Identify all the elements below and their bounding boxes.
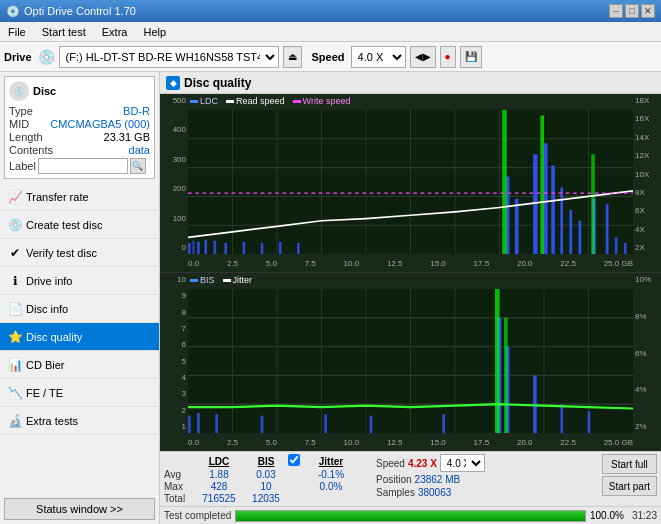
save-button[interactable]: 💾: [460, 46, 482, 68]
minimize-button[interactable]: –: [609, 4, 623, 18]
ldc-legend-read: Read speed: [226, 96, 285, 106]
disc-contents-row: Contents data: [9, 144, 150, 156]
disc-label-input[interactable]: [38, 158, 128, 174]
menu-start-test[interactable]: Start test: [38, 25, 90, 39]
svg-rect-34: [624, 243, 627, 254]
start-part-btn[interactable]: Start part: [602, 476, 657, 496]
menu-file[interactable]: File: [4, 25, 30, 39]
disc-label-btn[interactable]: 🔍: [130, 158, 146, 174]
svg-rect-21: [279, 242, 282, 254]
close-button[interactable]: ✕: [641, 4, 655, 18]
checkbox-jitter[interactable]: [288, 454, 304, 468]
status-window-btn[interactable]: Status window >>: [4, 498, 155, 520]
jitter-checkbox[interactable]: [288, 454, 300, 466]
disc-type-value: BD-R: [123, 105, 150, 117]
svg-rect-36: [540, 116, 544, 254]
svg-rect-20: [261, 243, 264, 254]
nav-extra-tests[interactable]: 🔬 Extra tests: [0, 407, 159, 435]
svg-rect-30: [579, 221, 582, 254]
drive-info-icon: ℹ: [8, 274, 22, 288]
max-ldc: 428: [194, 481, 244, 492]
chart-header-title: Disc quality: [184, 76, 251, 90]
bis-legend-jitter: Jitter: [223, 275, 253, 285]
app-title: Opti Drive Control 1.70: [24, 5, 136, 17]
ldc-legend-write-label: Write speed: [303, 96, 351, 106]
chart-area-header: ◆ Disc quality: [160, 72, 661, 94]
nav-transfer-rate[interactable]: 📈 Transfer rate: [0, 183, 159, 211]
drive-icon: 💿: [38, 49, 55, 65]
disc-contents-value: data: [129, 144, 150, 156]
ldc-y-axis-right: 18X16X14X12X10X8X6X4X2X: [633, 94, 661, 254]
nav-disc-info[interactable]: 📄 Disc info: [0, 295, 159, 323]
nav-create-test-disc-label: Create test disc: [26, 219, 102, 231]
svg-rect-54: [261, 416, 264, 433]
app-icon: 💿: [6, 5, 20, 18]
svg-rect-18: [224, 243, 227, 254]
nav-transfer-rate-label: Transfer rate: [26, 191, 89, 203]
bis-chart-plot: [188, 289, 633, 433]
disc-length-label: Length: [9, 131, 43, 143]
bis-y-axis-right: 10%8%6%4%2%: [633, 273, 661, 433]
menu-bar: File Start test Extra Help: [0, 22, 661, 42]
avg-bis: 0.03: [246, 469, 286, 480]
svg-rect-56: [370, 416, 373, 433]
nav-fe-te-label: FE / TE: [26, 387, 63, 399]
ldc-chart-plot: [188, 110, 633, 254]
disc-length-value: 23.31 GB: [104, 131, 150, 143]
fe-te-icon: 📉: [8, 386, 22, 400]
disc-mid-value: CMCMAGBA5 (000): [50, 118, 150, 130]
svg-rect-16: [204, 240, 207, 254]
disc-type-row: Type BD-R: [9, 105, 150, 117]
svg-rect-13: [188, 243, 191, 254]
total-bis: 12035: [246, 493, 286, 504]
create-test-disc-icon: 💿: [8, 218, 22, 232]
drive-label: Drive: [4, 51, 32, 63]
menu-extra[interactable]: Extra: [98, 25, 132, 39]
nav-disc-info-label: Disc info: [26, 303, 68, 315]
nav-create-test-disc[interactable]: 💿 Create test disc: [0, 211, 159, 239]
eject-button[interactable]: ⏏: [283, 46, 302, 68]
prev-next-button[interactable]: ◀▶: [410, 46, 436, 68]
svg-rect-27: [551, 165, 555, 254]
record-button[interactable]: ●: [440, 46, 456, 68]
ldc-x-axis: 0.02.55.07.510.0 12.515.017.520.022.525.…: [188, 254, 633, 272]
toolbar: Drive 💿 (F:) HL-DT-ST BD-RE WH16NS58 TST…: [0, 42, 661, 72]
svg-rect-15: [197, 242, 200, 254]
speed-select[interactable]: 4.0 X: [351, 46, 406, 68]
disc-mid-row: MID CMCMAGBA5 (000): [9, 118, 150, 130]
nav-disc-quality[interactable]: ⭐ Disc quality: [0, 323, 159, 351]
position-label: Position: [376, 474, 412, 485]
total-label: Total: [164, 493, 192, 504]
bis-svg: [188, 289, 633, 433]
samples-value: 380063: [418, 487, 451, 498]
nav-verify-test-disc[interactable]: ✔ Verify test disc: [0, 239, 159, 267]
ldc-legend-ldc-label: LDC: [200, 96, 218, 106]
nav-verify-test-disc-label: Verify test disc: [26, 247, 97, 259]
ldc-svg: [188, 110, 633, 254]
title-bar: 💿 Opti Drive Control 1.70 – □ ✕: [0, 0, 661, 22]
disc-section-header: 💿 Disc: [9, 81, 150, 101]
ldc-chart: LDC Read speed Write speed 5004003002001…: [160, 94, 661, 273]
maximize-button[interactable]: □: [625, 4, 639, 18]
menu-help[interactable]: Help: [139, 25, 170, 39]
cd-bier-icon: 📊: [8, 358, 22, 372]
disc-label-label: Label: [9, 160, 36, 172]
bis-col-header: BIS: [246, 456, 286, 467]
nav-drive-info[interactable]: ℹ Drive info: [0, 267, 159, 295]
nav-list: 📈 Transfer rate 💿 Create test disc ✔ Ver…: [0, 183, 159, 494]
time-text: 31:23: [632, 510, 657, 521]
title-bar-controls: – □ ✕: [609, 4, 655, 18]
speed-drop[interactable]: 4.0 X: [440, 454, 485, 472]
nav-cd-bier[interactable]: 📊 CD Bier: [0, 351, 159, 379]
ldc-legend-ldc: LDC: [190, 96, 218, 106]
bis-x-axis: 0.02.55.07.510.0 12.515.017.520.022.525.…: [188, 433, 633, 451]
svg-rect-57: [442, 414, 445, 433]
svg-rect-60: [533, 375, 537, 433]
disc-label-row: Label 🔍: [9, 158, 150, 174]
start-full-btn[interactable]: Start full: [602, 454, 657, 474]
nav-fe-te[interactable]: 📉 FE / TE: [0, 379, 159, 407]
nav-drive-info-label: Drive info: [26, 275, 72, 287]
drive-select[interactable]: (F:) HL-DT-ST BD-RE WH16NS58 TST4: [59, 46, 279, 68]
progress-bar-bg: [235, 510, 586, 522]
disc-info-box: 💿 Disc Type BD-R MID CMCMAGBA5 (000) Len…: [4, 76, 155, 179]
